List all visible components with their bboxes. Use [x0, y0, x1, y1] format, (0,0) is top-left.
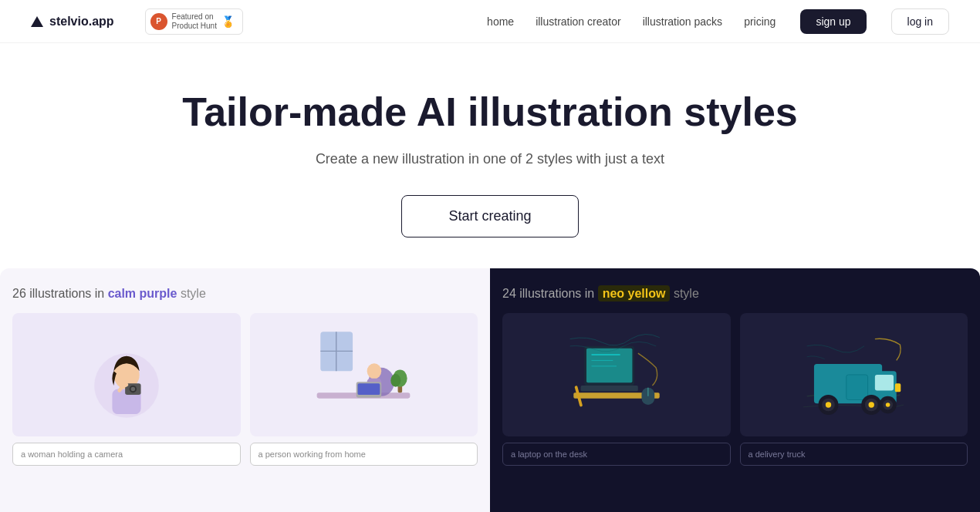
purple-panel-title: 26 illustrations in calm purple style — [12, 287, 478, 301]
nav-pricing[interactable]: pricing — [744, 15, 776, 28]
hero-title: Tailor-made AI illustration styles — [31, 89, 949, 136]
ph-medal-icon: 🏅 — [221, 15, 235, 28]
yellow-count: 24 — [502, 287, 516, 300]
yellow-illus-grid: a laptop on the desk — [502, 313, 968, 466]
nav-home[interactable]: home — [487, 15, 514, 28]
laptop-illustration — [566, 325, 667, 425]
truck-illustration — [803, 325, 904, 425]
svg-rect-41 — [895, 383, 901, 392]
start-creating-button[interactable]: Start creating — [401, 195, 578, 237]
nav-illustration-creator[interactable]: illustration creator — [536, 15, 621, 28]
svg-point-34 — [826, 402, 831, 407]
nav-illustration-packs[interactable]: illustration packs — [643, 15, 723, 28]
illus-card-woman: a woman holding a camera — [12, 313, 241, 466]
product-hunt-badge[interactable]: P Featured on Product Hunt 🏅 — [145, 8, 243, 35]
illus-img-office — [250, 313, 478, 436]
illus-img-laptop — [502, 313, 731, 436]
ph-name: Product Hunt — [172, 22, 217, 31]
woman-camera-illustration — [80, 325, 173, 425]
ph-icon: P — [150, 13, 167, 30]
ph-featured-label: Featured on — [172, 12, 217, 22]
purple-suffix: style — [181, 287, 206, 300]
logo-text: stelvio.app — [49, 15, 114, 29]
svg-point-11 — [367, 363, 382, 379]
svg-rect-31 — [847, 375, 868, 400]
gallery: 26 illustrations in calm purple style — [0, 268, 980, 512]
svg-rect-20 — [586, 348, 632, 382]
purple-prefix: illustrations in — [29, 287, 107, 300]
login-button[interactable]: log in — [891, 8, 949, 35]
svg-point-40 — [886, 403, 890, 407]
illus-label-office: a person working from home — [250, 443, 478, 466]
yellow-suffix: style — [674, 287, 699, 300]
hero-subtitle: Create a new illustration in one of 2 st… — [31, 151, 949, 167]
yellow-panel: 24 illustrations in neo yellow style — [490, 268, 980, 512]
illus-img-truck — [740, 313, 968, 436]
purple-style-name: calm purple — [108, 287, 177, 300]
nav-links: home illustration creator illustration p… — [487, 15, 776, 29]
yellow-prefix: illustrations in — [519, 287, 597, 300]
svg-point-17 — [391, 374, 401, 387]
svg-rect-30 — [875, 375, 894, 390]
illus-card-laptop: a laptop on the desk — [502, 313, 731, 466]
illus-label-truck: a delivery truck — [740, 443, 968, 466]
logo-link[interactable]: stelvio.app — [31, 15, 114, 29]
signup-button[interactable]: sign up — [800, 9, 866, 34]
svg-rect-24 — [580, 386, 637, 391]
office-illustration — [313, 325, 414, 425]
svg-point-5 — [130, 387, 135, 392]
svg-rect-14 — [358, 383, 380, 395]
purple-count: 26 — [12, 287, 26, 300]
illus-label-laptop: a laptop on the desk — [502, 443, 731, 466]
logo-triangle-icon — [31, 16, 43, 27]
yellow-panel-title: 24 illustrations in neo yellow style — [502, 287, 968, 301]
navbar: stelvio.app P Featured on Product Hunt 🏅… — [0, 0, 980, 43]
hero-section: Tailor-made AI illustration styles Creat… — [0, 43, 980, 268]
purple-panel: 26 illustrations in calm purple style — [0, 268, 490, 512]
yellow-style-name: neo yellow — [598, 285, 671, 301]
illus-card-truck: a delivery truck — [740, 313, 968, 466]
purple-illus-grid: a woman holding a camera — [12, 313, 478, 466]
illus-label-woman: a woman holding a camera — [12, 443, 241, 466]
svg-point-37 — [869, 402, 874, 407]
illus-card-office: a person working from home — [250, 313, 478, 466]
illus-img-woman — [12, 313, 241, 436]
